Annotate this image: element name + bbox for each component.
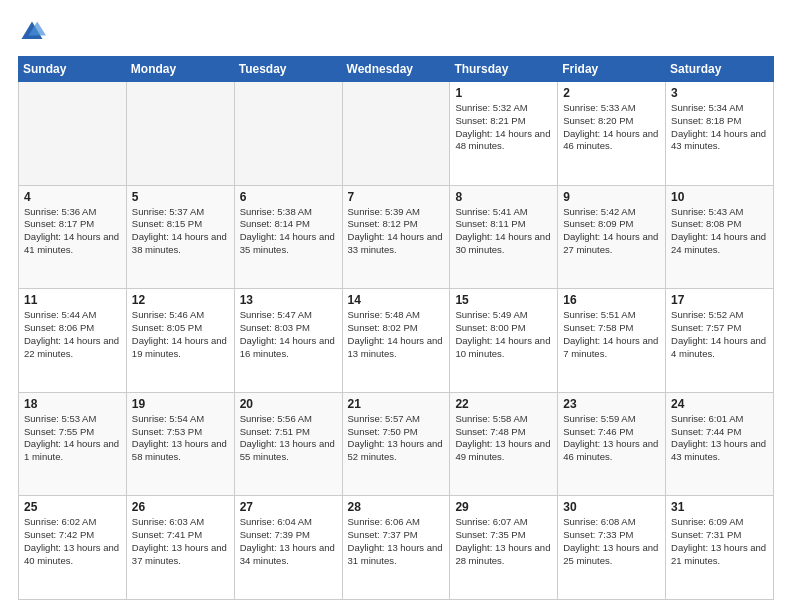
calendar-cell: 31Sunrise: 6:09 AMSunset: 7:31 PMDayligh… [666, 496, 774, 600]
day-info: Sunrise: 5:56 AMSunset: 7:51 PMDaylight:… [240, 413, 337, 464]
day-info: Sunrise: 5:41 AMSunset: 8:11 PMDaylight:… [455, 206, 552, 257]
calendar-cell: 9Sunrise: 5:42 AMSunset: 8:09 PMDaylight… [558, 185, 666, 289]
day-info: Sunrise: 5:42 AMSunset: 8:09 PMDaylight:… [563, 206, 660, 257]
calendar-cell: 13Sunrise: 5:47 AMSunset: 8:03 PMDayligh… [234, 289, 342, 393]
day-number: 16 [563, 293, 660, 307]
calendar-cell: 7Sunrise: 5:39 AMSunset: 8:12 PMDaylight… [342, 185, 450, 289]
day-info: Sunrise: 5:46 AMSunset: 8:05 PMDaylight:… [132, 309, 229, 360]
calendar-cell: 1Sunrise: 5:32 AMSunset: 8:21 PMDaylight… [450, 82, 558, 186]
day-info: Sunrise: 6:09 AMSunset: 7:31 PMDaylight:… [671, 516, 768, 567]
day-info: Sunrise: 5:43 AMSunset: 8:08 PMDaylight:… [671, 206, 768, 257]
day-info: Sunrise: 5:58 AMSunset: 7:48 PMDaylight:… [455, 413, 552, 464]
calendar-header-row: SundayMondayTuesdayWednesdayThursdayFrid… [19, 57, 774, 82]
day-info: Sunrise: 5:54 AMSunset: 7:53 PMDaylight:… [132, 413, 229, 464]
day-info: Sunrise: 5:57 AMSunset: 7:50 PMDaylight:… [348, 413, 445, 464]
day-number: 2 [563, 86, 660, 100]
day-header-tuesday: Tuesday [234, 57, 342, 82]
day-info: Sunrise: 6:07 AMSunset: 7:35 PMDaylight:… [455, 516, 552, 567]
day-number: 22 [455, 397, 552, 411]
day-number: 3 [671, 86, 768, 100]
calendar-cell: 21Sunrise: 5:57 AMSunset: 7:50 PMDayligh… [342, 392, 450, 496]
calendar-week-4: 18Sunrise: 5:53 AMSunset: 7:55 PMDayligh… [19, 392, 774, 496]
calendar-cell: 10Sunrise: 5:43 AMSunset: 8:08 PMDayligh… [666, 185, 774, 289]
calendar-cell: 2Sunrise: 5:33 AMSunset: 8:20 PMDaylight… [558, 82, 666, 186]
day-number: 12 [132, 293, 229, 307]
day-header-sunday: Sunday [19, 57, 127, 82]
day-header-thursday: Thursday [450, 57, 558, 82]
day-info: Sunrise: 6:06 AMSunset: 7:37 PMDaylight:… [348, 516, 445, 567]
day-info: Sunrise: 5:49 AMSunset: 8:00 PMDaylight:… [455, 309, 552, 360]
calendar-cell: 28Sunrise: 6:06 AMSunset: 7:37 PMDayligh… [342, 496, 450, 600]
day-info: Sunrise: 5:32 AMSunset: 8:21 PMDaylight:… [455, 102, 552, 153]
day-number: 10 [671, 190, 768, 204]
calendar-cell: 12Sunrise: 5:46 AMSunset: 8:05 PMDayligh… [126, 289, 234, 393]
day-info: Sunrise: 5:39 AMSunset: 8:12 PMDaylight:… [348, 206, 445, 257]
calendar-cell: 23Sunrise: 5:59 AMSunset: 7:46 PMDayligh… [558, 392, 666, 496]
calendar-cell: 3Sunrise: 5:34 AMSunset: 8:18 PMDaylight… [666, 82, 774, 186]
day-header-saturday: Saturday [666, 57, 774, 82]
calendar-cell: 6Sunrise: 5:38 AMSunset: 8:14 PMDaylight… [234, 185, 342, 289]
day-info: Sunrise: 6:01 AMSunset: 7:44 PMDaylight:… [671, 413, 768, 464]
calendar-cell: 29Sunrise: 6:07 AMSunset: 7:35 PMDayligh… [450, 496, 558, 600]
day-info: Sunrise: 5:48 AMSunset: 8:02 PMDaylight:… [348, 309, 445, 360]
day-number: 13 [240, 293, 337, 307]
day-number: 5 [132, 190, 229, 204]
calendar-week-5: 25Sunrise: 6:02 AMSunset: 7:42 PMDayligh… [19, 496, 774, 600]
day-info: Sunrise: 5:34 AMSunset: 8:18 PMDaylight:… [671, 102, 768, 153]
day-header-monday: Monday [126, 57, 234, 82]
day-number: 31 [671, 500, 768, 514]
calendar: SundayMondayTuesdayWednesdayThursdayFrid… [18, 56, 774, 600]
day-number: 21 [348, 397, 445, 411]
day-info: Sunrise: 5:33 AMSunset: 8:20 PMDaylight:… [563, 102, 660, 153]
day-number: 11 [24, 293, 121, 307]
calendar-cell: 20Sunrise: 5:56 AMSunset: 7:51 PMDayligh… [234, 392, 342, 496]
calendar-cell: 19Sunrise: 5:54 AMSunset: 7:53 PMDayligh… [126, 392, 234, 496]
day-number: 24 [671, 397, 768, 411]
calendar-cell: 17Sunrise: 5:52 AMSunset: 7:57 PMDayligh… [666, 289, 774, 393]
day-info: Sunrise: 5:52 AMSunset: 7:57 PMDaylight:… [671, 309, 768, 360]
day-number: 19 [132, 397, 229, 411]
day-info: Sunrise: 6:02 AMSunset: 7:42 PMDaylight:… [24, 516, 121, 567]
logo-icon [18, 18, 46, 46]
calendar-cell: 5Sunrise: 5:37 AMSunset: 8:15 PMDaylight… [126, 185, 234, 289]
calendar-week-3: 11Sunrise: 5:44 AMSunset: 8:06 PMDayligh… [19, 289, 774, 393]
day-number: 7 [348, 190, 445, 204]
day-number: 30 [563, 500, 660, 514]
calendar-cell: 27Sunrise: 6:04 AMSunset: 7:39 PMDayligh… [234, 496, 342, 600]
day-number: 1 [455, 86, 552, 100]
day-info: Sunrise: 5:37 AMSunset: 8:15 PMDaylight:… [132, 206, 229, 257]
day-number: 17 [671, 293, 768, 307]
day-number: 18 [24, 397, 121, 411]
day-info: Sunrise: 6:04 AMSunset: 7:39 PMDaylight:… [240, 516, 337, 567]
day-info: Sunrise: 6:03 AMSunset: 7:41 PMDaylight:… [132, 516, 229, 567]
calendar-cell: 24Sunrise: 6:01 AMSunset: 7:44 PMDayligh… [666, 392, 774, 496]
calendar-week-2: 4Sunrise: 5:36 AMSunset: 8:17 PMDaylight… [19, 185, 774, 289]
day-info: Sunrise: 5:53 AMSunset: 7:55 PMDaylight:… [24, 413, 121, 464]
day-info: Sunrise: 5:38 AMSunset: 8:14 PMDaylight:… [240, 206, 337, 257]
day-header-wednesday: Wednesday [342, 57, 450, 82]
calendar-cell: 25Sunrise: 6:02 AMSunset: 7:42 PMDayligh… [19, 496, 127, 600]
calendar-cell: 11Sunrise: 5:44 AMSunset: 8:06 PMDayligh… [19, 289, 127, 393]
calendar-cell [234, 82, 342, 186]
day-info: Sunrise: 5:44 AMSunset: 8:06 PMDaylight:… [24, 309, 121, 360]
header [18, 18, 774, 46]
day-number: 28 [348, 500, 445, 514]
calendar-cell: 22Sunrise: 5:58 AMSunset: 7:48 PMDayligh… [450, 392, 558, 496]
day-info: Sunrise: 5:59 AMSunset: 7:46 PMDaylight:… [563, 413, 660, 464]
day-number: 4 [24, 190, 121, 204]
day-number: 25 [24, 500, 121, 514]
day-number: 9 [563, 190, 660, 204]
calendar-cell: 8Sunrise: 5:41 AMSunset: 8:11 PMDaylight… [450, 185, 558, 289]
day-info: Sunrise: 5:51 AMSunset: 7:58 PMDaylight:… [563, 309, 660, 360]
calendar-cell: 15Sunrise: 5:49 AMSunset: 8:00 PMDayligh… [450, 289, 558, 393]
page: SundayMondayTuesdayWednesdayThursdayFrid… [0, 0, 792, 612]
calendar-cell: 30Sunrise: 6:08 AMSunset: 7:33 PMDayligh… [558, 496, 666, 600]
day-number: 20 [240, 397, 337, 411]
calendar-cell: 16Sunrise: 5:51 AMSunset: 7:58 PMDayligh… [558, 289, 666, 393]
day-number: 6 [240, 190, 337, 204]
day-number: 26 [132, 500, 229, 514]
day-number: 14 [348, 293, 445, 307]
day-header-friday: Friday [558, 57, 666, 82]
day-number: 29 [455, 500, 552, 514]
calendar-cell: 18Sunrise: 5:53 AMSunset: 7:55 PMDayligh… [19, 392, 127, 496]
